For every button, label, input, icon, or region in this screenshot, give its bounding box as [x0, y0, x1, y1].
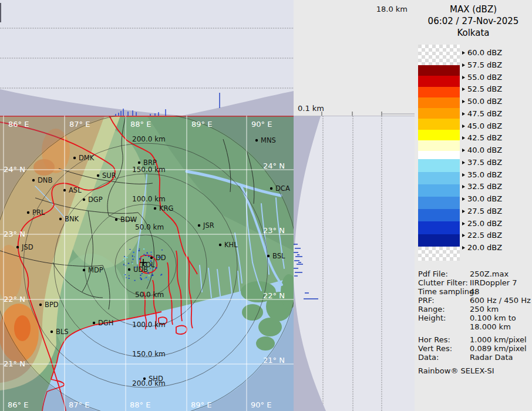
tick-arrow-icon: [462, 161, 465, 164]
city-label: DMK: [79, 154, 95, 162]
software-credit: Rainbow® SELEX-SI: [418, 366, 494, 375]
dbz-tick-label: 42.5 dBZ: [462, 134, 502, 142]
range-ring-label: 150.0 km: [132, 166, 166, 174]
lat-label-left: 21° N: [4, 359, 25, 368]
tick-arrow-icon: [462, 173, 465, 177]
colorbar-band: [418, 159, 460, 171]
city-label: JSD: [21, 243, 33, 251]
city-label: JSR: [203, 221, 214, 230]
tick-arrow-icon: [462, 136, 465, 140]
tick-arrow-icon: [462, 185, 465, 188]
city-label: BNK: [65, 215, 79, 223]
station-name: Kolkata: [415, 27, 532, 39]
colorbar-band: [418, 140, 460, 151]
lon-label-bottom: 89° E: [191, 400, 211, 409]
lon-label-bottom: 86° E: [8, 400, 28, 409]
lat-label-left: 22° N: [4, 295, 25, 304]
city-label: DGH: [98, 319, 113, 327]
tick-arrow-icon: [462, 100, 465, 103]
colorbar-checker-band: [418, 247, 460, 261]
colorbar-band: [418, 130, 460, 140]
tick-arrow-icon: [462, 87, 465, 91]
colorbar-band: [418, 65, 460, 76]
city-label: MNS: [261, 136, 276, 144]
product-metadata: Pdf File:250Z.maxClutter Filter:IIRDoppl…: [418, 269, 531, 362]
metadata-row: Clutter Filter:IIRDoppler 7: [418, 278, 531, 287]
metadata-row: 18.000 km: [418, 322, 531, 331]
city-label: BDW: [120, 215, 137, 224]
lon-label-bottom: 88° E: [130, 400, 150, 409]
colorbar-band: [418, 234, 460, 247]
tick-arrow-icon: [462, 246, 465, 250]
dbz-tick-label: 55.0 dBZ: [462, 73, 502, 82]
range-ring-label: 50.0 km: [135, 291, 164, 299]
dbz-tick-label: 32.5 dBZ: [462, 183, 502, 191]
colorbar-band: [418, 108, 460, 119]
dbz-tick-label: 30.0 dBZ: [462, 195, 502, 203]
colorbar-band: [418, 87, 460, 97]
metadata-row: Pdf File:250Z.max: [418, 269, 531, 278]
metadata-row: Height:0.100 km to: [418, 314, 531, 322]
dbz-tick-label: 50.0 dBZ: [462, 97, 502, 106]
lat-label-right: 22° N: [263, 291, 285, 300]
colorbar-band: [418, 76, 460, 86]
lat-label-left: 23° N: [4, 230, 25, 238]
radar-product-screen: { "header": { "title": "MAX (dBZ)", "tim…: [0, 0, 532, 411]
height-axis-ticks: [294, 109, 415, 116]
dbz-tick-label: 37.5 dBZ: [462, 159, 502, 167]
city-label: DCA: [275, 184, 290, 193]
dbz-tick-label: 25.0 dBZ: [462, 220, 502, 228]
top-projection-plot: [0, 0, 294, 116]
lon-label-top: 90° E: [251, 120, 272, 129]
city-label: KHL: [224, 241, 238, 249]
range-ring-label: 200.0 km: [132, 135, 166, 143]
radar-map[interactable]: 86° E86° E87° E87° E88° E88° E89° E89° E…: [0, 116, 294, 411]
tick-arrow-icon: [462, 63, 465, 67]
lon-label-top: 88° E: [130, 120, 151, 129]
dbz-tick-label: 20.0 dBZ: [462, 244, 502, 252]
dbz-tick-label: 57.5 dBZ: [462, 61, 502, 69]
colorbar-checker-band: [418, 45, 460, 65]
product-title: MAX (dBZ): [415, 4, 532, 15]
colorbar-band: [418, 97, 460, 108]
legend-panel: MAX (dBZ) 06:02 / 27-Nov-2025 Kolkata 60…: [415, 0, 532, 411]
city-label: BLS: [56, 328, 69, 336]
dbz-tick-label: 40.0 dBZ: [462, 146, 502, 154]
city-label: ASL: [69, 186, 82, 194]
dbz-tick-label: 52.5 dBZ: [462, 85, 502, 93]
lon-label-bottom: 90° E: [251, 400, 271, 409]
city-label: SHD: [149, 375, 163, 383]
dbz-tick-label: 22.5 dBZ: [462, 231, 502, 240]
range-ring-label: 100.0 km: [132, 321, 166, 329]
legend-header: MAX (dBZ) 06:02 / 27-Nov-2025 Kolkata: [415, 4, 532, 39]
tick-arrow-icon: [462, 124, 465, 128]
city-label: UDB: [133, 265, 148, 274]
side-height-projection-panel: [294, 116, 415, 411]
lon-label-bottom: 87° E: [69, 400, 89, 409]
radar-map-panel[interactable]: 86° E86° E87° E87° E88° E88° E89° E89° E…: [0, 116, 294, 411]
metadata-row: PRF:600 Hz / 450 Hz: [418, 296, 531, 305]
colorbar-band: [418, 172, 460, 184]
tick-arrow-icon: [462, 51, 465, 55]
lon-label-top: 89° E: [191, 120, 212, 129]
city-label: BRP: [143, 159, 157, 167]
city-label: MDP: [88, 266, 103, 274]
tick-arrow-icon: [462, 112, 465, 116]
lat-label-right: 21° N: [263, 356, 285, 365]
tick-arrow-icon: [462, 149, 465, 152]
lat-label-left: 24° N: [4, 165, 25, 174]
tick-arrow-icon: [462, 197, 465, 201]
lat-label-right: 23° N: [263, 226, 285, 235]
lon-label-top: 86° E: [8, 120, 29, 129]
city-label: DNB: [38, 176, 52, 184]
tick-arrow-icon: [462, 210, 465, 213]
metadata-row: Hor Res:1.000 km/pixel: [418, 335, 531, 344]
city-label: PRL: [32, 208, 45, 217]
colorbar-band: [418, 221, 460, 234]
colorbar-band: [418, 119, 460, 129]
city-label: DD: [156, 254, 166, 262]
metadata-row: Time sampling:48: [418, 287, 531, 296]
top-height-projection-panel: [0, 0, 294, 116]
city-label: SUR: [102, 171, 116, 180]
dbz-tick-label: 27.5 dBZ: [462, 207, 502, 215]
